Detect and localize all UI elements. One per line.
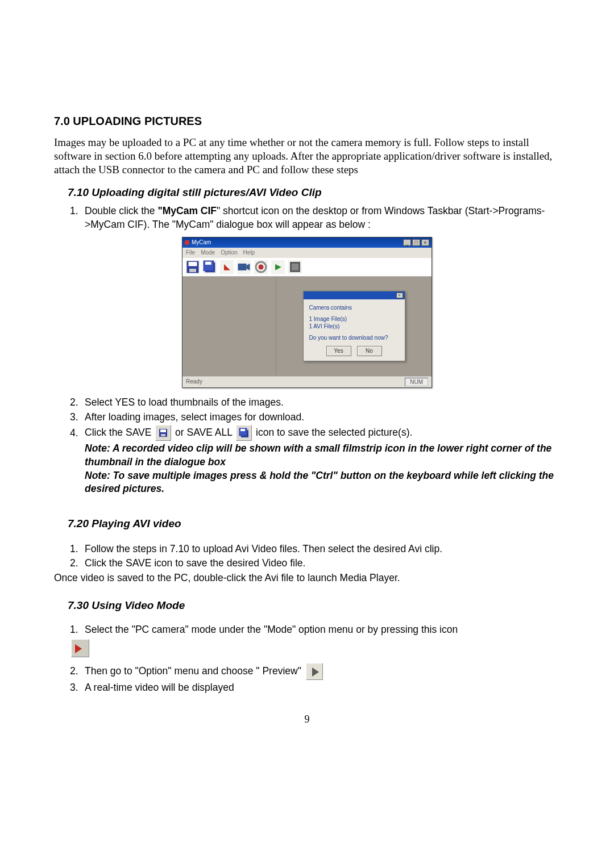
save-all-icon [236,425,252,441]
intro-paragraph: Images may be uploaded to a PC at any ti… [54,136,560,176]
s20-item-1: 1. Follow the steps in 7.10 to upload Av… [70,542,560,556]
record-icon[interactable] [254,260,268,274]
s30-item-3: 3. A real-time video will be displayed [70,681,560,695]
status-right: NUM [405,378,428,387]
svg-rect-17 [240,429,245,431]
mycam-content: × Camera contains 1 Image File(s) 1 AVI … [182,277,432,376]
preview-pane: × Camera contains 1 Image File(s) 1 AVI … [276,277,432,376]
maximize-button[interactable]: □ [412,239,420,246]
menu-option[interactable]: Option [221,249,237,257]
save-icon[interactable] [186,260,200,274]
stop-icon[interactable] [288,260,302,274]
heading-7-30: 7.30 Using Video Mode [68,598,560,613]
svg-rect-6 [238,264,247,270]
s10-item-1: 1. Double click the "MyCam CIF" shortcut… [70,205,560,231]
s20-item2-text: Click the SAVE icon to save the desired … [85,557,305,570]
app-icon [185,240,189,245]
s10-item1-pre: Double click the [85,205,157,216]
s30-item-1: 1. Select the "PC camera" mode under the… [70,623,560,637]
s10-item4-a: Click the SAVE [85,427,154,438]
dialog-no-button[interactable]: No [357,346,382,356]
download-dialog: × Camera contains 1 Image File(s) 1 AVI … [303,291,405,361]
menu-file[interactable]: File [186,249,195,257]
dialog-line-4: Do you want to download now? [309,334,399,342]
heading-main: 7.0 UPLOADING PICTURES [54,114,560,129]
pc-camera-mode-icon [71,639,89,657]
dialog-yes-button[interactable]: Yes [326,346,351,356]
status-left: Ready [186,378,202,387]
list-number: 3. [70,681,85,695]
s10-note-2: Note: To save multiple images press & ho… [85,469,560,496]
s10-note-1: Note: A recorded video clip will be show… [85,442,560,469]
mycam-menubar: File Mode Option Help [182,248,432,258]
dialog-close-button[interactable]: × [396,293,403,298]
svg-rect-5 [205,261,211,264]
mycam-toolbar: ◣ ▶ [182,258,432,277]
camera-mode-icon[interactable]: ◣ [220,260,234,274]
list-number: 2. [70,665,85,678]
s20-after-text: Once video is saved to the PC, double-cl… [54,571,560,585]
svg-rect-14 [161,434,165,436]
preview-play-icon [306,663,323,680]
s10-item-4: 4. Click the SAVE or SAVE ALL icon to sa… [70,425,560,441]
dialog-line-2: 1 Image File(s) [309,315,399,323]
s10-item2-text: Select YES to load thumbnails of the ima… [85,396,284,410]
window-title: MyCam [192,239,211,247]
menu-mode[interactable]: Mode [201,249,215,257]
dialog-line-3: 1 AVI File(s) [309,323,399,331]
svg-rect-2 [189,269,196,272]
s20-item-2: 2. Click the SAVE icon to save the desir… [70,557,560,570]
svg-rect-11 [292,264,298,270]
list-number: 2. [70,557,85,570]
svg-marker-7 [247,264,250,270]
close-button[interactable]: × [421,239,429,246]
minimize-button[interactable]: _ [403,239,411,246]
s10-item-3: 3. After loading images, select images f… [70,411,560,424]
list-number: 4. [70,427,85,440]
webcam-icon[interactable] [237,260,251,274]
s30-item2-text: Then go to "Option" menu and choose " Pr… [85,665,301,678]
svg-rect-13 [160,429,166,432]
mycam-statusbar: Ready NUM [182,376,432,388]
list-number: 1. [70,542,85,556]
s20-item1-text: Follow the steps in 7.10 to upload Avi V… [85,542,442,556]
thumbnail-pane [182,277,276,376]
s10-item-2: 2. Select YES to load thumbnails of the … [70,396,560,410]
dialog-line-1: Camera contains [309,304,399,312]
list-number: 3. [70,411,85,424]
menu-help[interactable]: Help [243,249,255,257]
list-number: 1. [70,205,85,231]
s30-item3-text: A real-time video will be displayed [85,681,234,695]
mycam-figure: MyCam _ □ × File Mode Option Help ◣ [54,237,560,388]
s30-item-2: 2. Then go to "Option" menu and choose "… [70,663,560,680]
s10-item4-b: or SAVE ALL [175,427,232,438]
save-icon [155,425,171,441]
s10-item1-bold: "MyCam CIF [157,205,217,216]
list-number: 2. [70,396,85,410]
save-all-icon[interactable] [203,260,217,274]
list-number: 1. [70,623,85,637]
s10-item4-c: icon to save the selected picture(s). [256,427,412,438]
svg-rect-1 [189,262,197,266]
mycam-window: MyCam _ □ × File Mode Option Help ◣ [182,237,432,388]
page-number: 9 [54,712,560,726]
heading-7-10: 7.10 Uploading digital still pictures/AV… [68,185,560,200]
dialog-titlebar: × [304,291,405,299]
heading-7-20: 7.20 Playing AVI video [68,516,560,531]
s10-item3-text: After loading images, select images for … [85,411,304,424]
svg-point-9 [259,264,264,269]
mycam-titlebar: MyCam _ □ × [182,237,432,248]
play-icon[interactable]: ▶ [271,260,285,274]
s30-item1-text: Select the "PC camera" mode under the "M… [85,623,458,637]
